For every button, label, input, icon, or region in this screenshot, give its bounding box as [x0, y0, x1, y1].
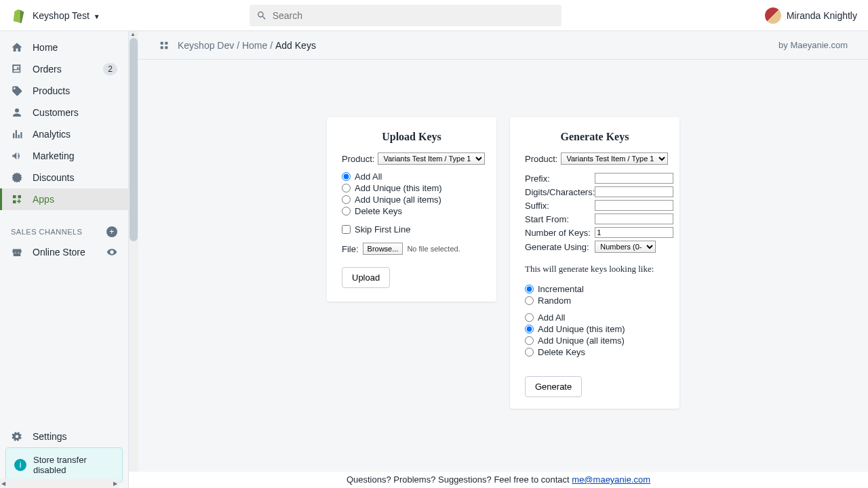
upload-button[interactable]: Upload: [342, 267, 390, 288]
notice-text: Store transfer disabled: [33, 455, 114, 475]
nav-label: Online Store: [33, 247, 85, 258]
info-icon: i: [14, 459, 26, 471]
radio-gen-add-unique-item[interactable]: [525, 325, 534, 333]
preview-text: This will generate keys looking like:: [525, 264, 665, 274]
app-icon: [159, 40, 170, 51]
add-channel-button[interactable]: +: [106, 226, 117, 237]
using-select[interactable]: Numbers (0-9): [595, 241, 656, 253]
card-title: Generate Keys: [525, 131, 665, 143]
num-label: Number of Keys:: [525, 226, 595, 239]
radio-add-all[interactable]: [342, 172, 351, 181]
search-icon: [256, 10, 267, 21]
nav-label: Analytics: [33, 129, 71, 140]
orders-badge: 2: [103, 63, 117, 75]
nav-analytics[interactable]: Analytics: [0, 123, 128, 145]
start-input[interactable]: [595, 214, 673, 224]
radio-gen-add-all[interactable]: [525, 313, 534, 322]
user-menu[interactable]: Miranda Knightly: [765, 7, 857, 24]
radio-random[interactable]: [525, 296, 534, 305]
megaphone-icon: [11, 150, 23, 162]
radio-delete-keys[interactable]: [342, 207, 351, 216]
using-label: Generate Using:: [525, 239, 595, 254]
product-select[interactable]: Variants Test Item / Type 1: [378, 152, 485, 165]
radio-gen-add-unique-all[interactable]: [525, 336, 534, 345]
radio-gen-delete-keys[interactable]: [525, 348, 534, 357]
browse-button[interactable]: Browse...: [363, 243, 403, 255]
radio-label: Add Unique (this item): [355, 183, 442, 193]
nav-orders[interactable]: Orders2: [0, 58, 128, 80]
generate-button[interactable]: Generate: [525, 376, 582, 397]
suffix-label: Suffix:: [525, 199, 595, 212]
top-bar: Keyshop Test▼ Miranda Knightly: [0, 0, 868, 31]
start-label: Start From:: [525, 212, 595, 226]
product-select[interactable]: Variants Test Item / Type 1: [561, 152, 668, 165]
nav-settings[interactable]: Settings: [0, 426, 128, 447]
upload-card: Upload Keys Product:Variants Test Item /…: [327, 117, 496, 302]
nav-label: Home: [33, 42, 58, 53]
eye-icon[interactable]: [106, 247, 117, 258]
section-label: SALES CHANNELS: [11, 228, 82, 236]
v-scrollbar[interactable]: ▲▼: [129, 31, 138, 488]
footer: Questions? Problems? Suggestions? Feel f…: [138, 472, 868, 488]
nav-products[interactable]: Products: [0, 80, 128, 102]
caret-down-icon: ▼: [94, 13, 100, 20]
nav-marketing[interactable]: Marketing: [0, 145, 128, 167]
product-label: Product:: [342, 154, 374, 164]
radio-add-unique-all[interactable]: [342, 195, 351, 204]
digits-input[interactable]: [595, 186, 673, 197]
apps-icon: [11, 193, 23, 205]
nav-apps[interactable]: Apps: [0, 188, 128, 210]
section-header: SALES CHANNELS+: [0, 216, 128, 241]
chart-icon: [11, 128, 23, 140]
radio-incremental[interactable]: [525, 285, 534, 293]
prefix-input[interactable]: [595, 173, 673, 184]
gear-icon: [11, 430, 23, 443]
nav-home[interactable]: Home: [0, 37, 128, 58]
nav-label: Discounts: [33, 172, 74, 183]
suffix-input[interactable]: [595, 200, 673, 211]
nav-label: Orders: [33, 64, 62, 75]
footer-text: Questions? Problems? Suggestions? Feel f…: [347, 474, 572, 485]
checkbox-label: Skip First Line: [355, 224, 410, 235]
radio-label: Add All: [538, 312, 565, 323]
nav-label: Marketing: [33, 150, 74, 161]
nav-label: Products: [33, 85, 70, 96]
search-bar[interactable]: [250, 5, 561, 26]
user-name: Miranda Knightly: [787, 10, 857, 21]
nav-label: Apps: [33, 194, 54, 205]
store-icon: [11, 246, 23, 258]
person-icon: [11, 106, 23, 119]
discount-icon: [11, 171, 23, 184]
search-input[interactable]: [273, 10, 555, 21]
radio-add-unique-item[interactable]: [342, 184, 351, 192]
store-switcher[interactable]: Keyshop Test▼: [33, 10, 100, 21]
radio-label: Add Unique (this item): [538, 324, 625, 334]
nav-customers[interactable]: Customers: [0, 102, 128, 123]
generate-card: Generate Keys Product:Variants Test Item…: [510, 117, 679, 409]
orders-icon: [11, 63, 23, 75]
file-status: No file selected.: [407, 245, 460, 253]
radio-label: Delete Keys: [355, 206, 402, 216]
file-label: File:: [342, 244, 359, 254]
radio-label: Incremental: [538, 284, 584, 294]
nav-discounts[interactable]: Discounts: [0, 167, 128, 188]
shopify-logo: [11, 8, 26, 23]
radio-label: Add Unique (all items): [355, 195, 441, 205]
breadcrumb: Keyshop Dev / Home / Add Keys by Maeyani…: [138, 31, 868, 60]
home-icon: [11, 41, 23, 54]
crumb-app[interactable]: Keyshop Dev: [178, 40, 234, 51]
crumb-current: Add Keys: [275, 40, 316, 51]
byline: by Maeyanie.com: [778, 40, 848, 50]
crumb-home[interactable]: Home: [242, 40, 267, 51]
num-keys-input[interactable]: [595, 227, 673, 238]
nav-label: Settings: [33, 431, 67, 442]
contact-link[interactable]: me@maeyanie.com: [572, 474, 650, 485]
prefix-label: Prefix:: [525, 171, 595, 185]
digits-label: Digits/Characters:: [525, 185, 595, 199]
nav-label: Customers: [33, 107, 79, 118]
sidebar: Home Orders2 Products Customers Analytic…: [0, 31, 129, 488]
nav-online-store[interactable]: Online Store: [0, 241, 128, 263]
h-scrollbar[interactable]: ◀▶: [0, 479, 119, 488]
store-name: Keyshop Test: [33, 10, 90, 21]
skip-first-line-checkbox[interactable]: [342, 225, 351, 234]
